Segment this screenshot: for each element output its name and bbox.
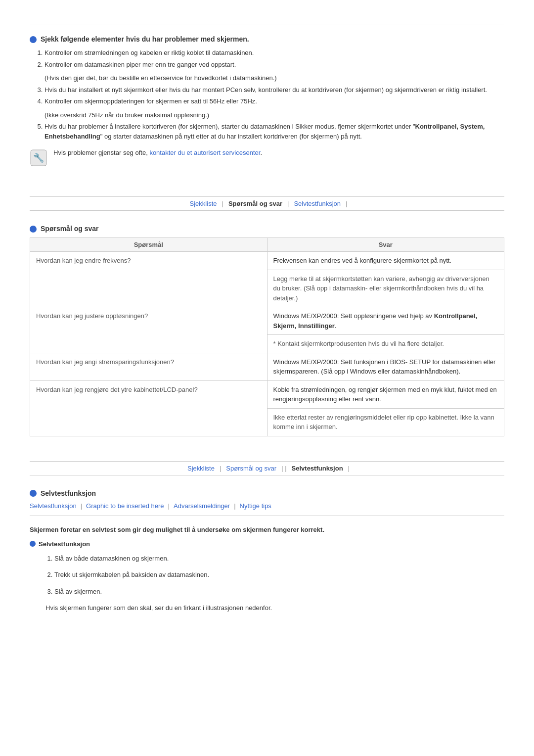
qa-dot — [30, 226, 37, 233]
answer-cell: * Kontakt skjermkortprodusenten hvis du … — [267, 335, 504, 353]
list-item: Kontroller om datamaskinen piper mer enn… — [44, 60, 504, 70]
tool-icon: 🔧 — [30, 149, 47, 167]
selftest-divider — [30, 516, 504, 516]
selftest-dot — [30, 490, 37, 497]
breadcrumb-link-selftest[interactable]: Selvtestfunksjon — [30, 502, 77, 510]
col-answer: Svar — [267, 238, 504, 252]
list-item: Hvis du har installert et nytt skjermkor… — [44, 85, 504, 95]
selftest-steps: Slå av både datamaskinen og skjermen. Tr… — [54, 554, 504, 597]
service-link[interactable]: kontakter du et autorisert servicesenter — [149, 149, 260, 156]
question-cell: Hvordan kan jeg rengjøre det ytre kabine… — [30, 380, 267, 436]
table-row: Hvordan kan jeg rengjøre det ytre kabine… — [30, 380, 504, 408]
section-dot — [30, 36, 37, 43]
check-list-2: Hvis du har installert et nytt skjermkor… — [44, 85, 504, 106]
nav-bar-1: Sjekkliste | Spørsmål og svar | Selvtest… — [30, 196, 504, 211]
answer-cell: Frekvensen kan endres ved å konfigurere … — [267, 252, 504, 270]
answer-cell: Ikke etterlat rester av rengjøringsmidde… — [267, 408, 504, 436]
question-cell: Hvordan kan jeg endre frekvens? — [30, 252, 267, 307]
check-section: Sjekk følgende elementer hvis du har pro… — [30, 25, 504, 182]
table-row: Hvordan kan jeg angi strømsparingsfunksj… — [30, 353, 504, 380]
col-question: Spørsmål — [30, 238, 267, 252]
breadcrumb-sep: | — [81, 502, 82, 510]
list-item: Hvis du har problemer å installere kortd… — [44, 122, 504, 141]
list-item: Slå av både datamaskinen og skjermen. — [54, 554, 504, 564]
check-section-title: Sjekk følgende elementer hvis du har pro… — [30, 35, 504, 43]
question-cell: Hvordan kan jeg angi strømsparingsfunksj… — [30, 353, 267, 380]
qa-section: Spørsmål og svar Spørsmål Svar Hvordan k… — [30, 221, 504, 446]
service-text: Hvis problemer gjenstar seg ofte, kontak… — [53, 149, 262, 156]
answer-cell: Windows ME/XP/2000: Sett funksjonen i BI… — [267, 353, 504, 380]
question-cell: Hvordan kan jeg justere oppløsningen? — [30, 307, 267, 353]
selftest-if-note: Hvis skjermen fungerer som den skal, ser… — [45, 603, 504, 613]
nav-link-sporsmal[interactable]: Spørsmål og svar — [225, 200, 285, 207]
nav-bar-2: Sjekkliste | Spørsmål og svar | | Selvte… — [30, 461, 504, 475]
answer-cell: Legg merke til at skjermkortstøtten kan … — [267, 270, 504, 307]
check-list-3: Hvis du har problemer å installere kortd… — [44, 122, 504, 141]
list-item: Slå av skjermen. — [54, 587, 504, 597]
indent-note-2: (Ikke overskrid 75Hz når du bruker maksi… — [44, 110, 504, 120]
list-item: Trekk ut skjermkabelen på baksiden av da… — [54, 570, 504, 580]
top-divider — [30, 25, 504, 25]
breadcrumb-link-graphic[interactable]: Graphic to be inserted here — [86, 502, 164, 510]
breadcrumb-link-warnings[interactable]: Advarselsmeldinger — [174, 502, 230, 510]
service-note: 🔧 Hvis problemer gjenstar seg ofte, kont… — [30, 149, 504, 167]
nav-link-sjekkliste-2[interactable]: Sjekkliste — [184, 465, 218, 472]
breadcrumb-sep: | — [168, 502, 170, 510]
breadcrumb-link-tips[interactable]: Nyttige tips — [240, 502, 271, 510]
table-row: Hvordan kan jeg justere oppløsningen? Wi… — [30, 307, 504, 335]
nav-link-sjekkliste[interactable]: Sjekkliste — [187, 200, 220, 207]
table-row: Hvordan kan jeg endre frekvens? Frekvens… — [30, 252, 504, 270]
answer-cell: Koble fra strømledningen, og rengjør skj… — [267, 380, 504, 408]
check-list: Kontroller om strømledningen og kabelen … — [44, 48, 504, 69]
subsection-dot — [30, 541, 36, 547]
nav-link-sporsmal-2[interactable]: Spørsmål og svar — [223, 465, 279, 472]
svg-text:🔧: 🔧 — [33, 152, 44, 163]
list-item: Kontroller om strømledningen og kabelen … — [44, 48, 504, 58]
selftest-subsection-title: Selvtestfunksjon — [30, 540, 504, 548]
qa-table: Spørsmål Svar Hvordan kan jeg endre frek… — [30, 237, 504, 436]
qa-section-title: Spørsmål og svar — [30, 225, 504, 233]
indent-note-1: (Hvis den gjør det, bør du bestille en e… — [44, 73, 504, 83]
selftest-description: Skjermen foretar en selvtest som gir deg… — [30, 526, 504, 533]
selftest-breadcrumb: Selvtestfunksjon | Graphic to be inserte… — [30, 502, 504, 510]
selftest-section: Selvtestfunksjon Selvtestfunksjon | Grap… — [30, 485, 504, 623]
nav-link-selvtest[interactable]: Selvtestfunksjon — [291, 200, 344, 207]
nav-link-selvtest-2[interactable]: Selvtestfunksjon — [289, 465, 346, 472]
answer-cell: Windows ME/XP/2000: Sett oppløsningene v… — [267, 307, 504, 335]
selftest-section-title: Selvtestfunksjon — [30, 489, 504, 497]
breadcrumb-sep: | — [234, 502, 235, 510]
list-item: Kontroller om skjermoppdateringen for sk… — [44, 96, 504, 106]
